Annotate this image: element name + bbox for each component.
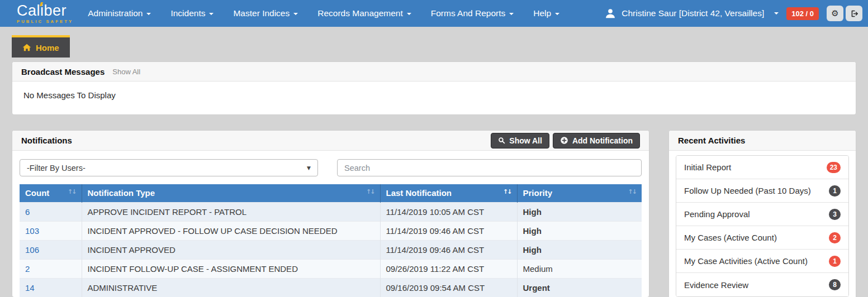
notifications-panel: Notifications Show All Add Notification … bbox=[12, 130, 649, 297]
notification-count-badge[interactable]: 102 / 0 bbox=[786, 7, 819, 20]
broadcast-body: No Messages To Display bbox=[12, 82, 856, 114]
home-icon bbox=[22, 43, 31, 52]
column-header-count[interactable]: Count↑↓ bbox=[20, 184, 82, 202]
activity-label: Pending Approval bbox=[684, 209, 750, 219]
chevron-down-icon bbox=[509, 13, 514, 15]
list-item-follow-up-needed[interactable]: Follow Up Needed (Past 10 Days) 1 bbox=[676, 179, 848, 203]
column-header-priority[interactable]: Priority↑↓ bbox=[517, 184, 642, 202]
notification-type-cell: ADMINISTRATIVE bbox=[82, 278, 380, 297]
home-tab-label: Home bbox=[36, 43, 59, 52]
sort-icon[interactable]: ↑↓ bbox=[68, 188, 75, 195]
last-notification-cell: 09/26/2019 11:22 AM CST bbox=[380, 259, 517, 278]
notification-type-cell: INCIDENT FOLLOW-UP CASE - ASSIGNMENT END… bbox=[82, 259, 380, 278]
count-link[interactable]: 6 bbox=[25, 207, 30, 217]
tab-bar: Home bbox=[12, 35, 868, 58]
activity-count-badge: 8 bbox=[829, 279, 841, 290]
list-item-my-cases[interactable]: My Cases (Active Count) 2 bbox=[676, 226, 848, 250]
count-link[interactable]: 103 bbox=[25, 226, 39, 236]
column-header-type[interactable]: Notification Type↑↓ bbox=[82, 184, 380, 202]
count-link[interactable]: 2 bbox=[25, 264, 30, 274]
filter-by-users-select[interactable]: -Filter By Users- ▼ bbox=[20, 159, 318, 176]
tab-home[interactable]: Home bbox=[12, 35, 70, 58]
user-name[interactable]: Christine Saur [District 42, Versailles] bbox=[622, 8, 764, 18]
notification-type-cell: APPROVE INCIDENT REPORT - PATROL bbox=[82, 202, 380, 221]
main-menu: Administration Incidents Master Indices … bbox=[88, 8, 559, 18]
priority-cell: Urgent bbox=[517, 278, 642, 297]
last-notification-cell: 09/16/2019 09:54 AM CST bbox=[380, 278, 517, 297]
last-notification-cell: 11/14/2019 10:05 AM CST bbox=[380, 202, 517, 221]
notification-type-cell: INCIDENT APPROVED - FOLLOW UP CASE DECIS… bbox=[82, 221, 380, 240]
list-item-my-case-activities[interactable]: My Case Activities (Active Count) 1 bbox=[676, 250, 848, 273]
activity-label: My Case Activities (Active Count) bbox=[684, 256, 808, 266]
priority-cell: High bbox=[517, 240, 642, 259]
chevron-down-icon bbox=[293, 13, 298, 15]
notifications-table: Count↑↓ Notification Type↑↓ Last Notific… bbox=[20, 184, 642, 297]
count-link[interactable]: 14 bbox=[25, 283, 35, 293]
sort-icon[interactable]: ↑↓ bbox=[366, 188, 374, 195]
last-notification-cell: 11/14/2019 09:46 AM CST bbox=[380, 240, 517, 259]
chevron-down-icon bbox=[146, 13, 151, 15]
activity-label: My Cases (Active Count) bbox=[684, 233, 777, 242]
logout-button[interactable] bbox=[846, 6, 862, 21]
notification-type-cell: INCIDENT APPROVED bbox=[82, 240, 380, 259]
brand-tagline: PUBLIC SAFETY bbox=[17, 20, 73, 24]
menu-administration[interactable]: Administration bbox=[88, 8, 151, 18]
list-item-pending-approval[interactable]: Pending Approval 3 bbox=[676, 203, 848, 226]
show-all-button[interactable]: Show All bbox=[491, 133, 549, 148]
sort-icon[interactable]: ↑↓ bbox=[628, 188, 636, 195]
activity-count-badge: 2 bbox=[829, 232, 841, 243]
chevron-down-icon bbox=[209, 13, 214, 15]
list-item-initial-report[interactable]: Initial Report 23 bbox=[676, 156, 848, 179]
recent-activities-title: Recent Activities bbox=[678, 136, 745, 145]
chevron-down-icon bbox=[407, 13, 411, 15]
activity-count-badge: 23 bbox=[827, 162, 841, 173]
activity-label: Follow Up Needed (Past 10 Days) bbox=[684, 186, 811, 195]
table-row: 106 INCIDENT APPROVED 11/14/2019 09:46 A… bbox=[20, 240, 642, 259]
list-item-evidence-review[interactable]: Evidence Review 8 bbox=[676, 273, 848, 296]
priority-cell: Medium bbox=[517, 259, 642, 278]
table-row: 14 ADMINISTRATIVE 09/16/2019 09:54 AM CS… bbox=[20, 278, 642, 297]
caliber-logo[interactable]: Caliber PUBLIC SAFETY bbox=[17, 3, 73, 24]
menu-master-indices[interactable]: Master Indices bbox=[233, 8, 298, 18]
search-input[interactable] bbox=[337, 159, 642, 176]
recent-activities-header: Recent Activities bbox=[669, 131, 856, 151]
recent-activities-panel: Recent Activities Initial Report 23 Foll… bbox=[668, 130, 856, 297]
priority-cell: High bbox=[517, 221, 642, 240]
activity-label: Initial Report bbox=[684, 162, 731, 172]
brand-name: Caliber bbox=[17, 3, 73, 18]
column-header-last-notification[interactable]: Last Notification↑↓ bbox=[380, 184, 517, 202]
menu-incidents[interactable]: Incidents bbox=[170, 8, 214, 18]
recent-activities-body: Initial Report 23 Follow Up Needed (Past… bbox=[669, 151, 856, 297]
notifications-body: -Filter By Users- ▼ Count↑↓ Notification… bbox=[12, 151, 649, 297]
settings-button[interactable]: ⚙ bbox=[827, 6, 843, 21]
menu-forms-and-reports[interactable]: Forms And Reports bbox=[431, 8, 514, 18]
select-caret-icon: ▼ bbox=[307, 165, 311, 171]
activity-count-badge: 3 bbox=[829, 209, 841, 220]
search-icon bbox=[498, 137, 505, 144]
chevron-down-icon bbox=[555, 13, 559, 15]
activity-count-badge: 1 bbox=[829, 185, 841, 197]
add-notification-button[interactable]: Add Notification bbox=[553, 133, 640, 148]
count-link[interactable]: 106 bbox=[25, 245, 39, 255]
broadcast-title: Broadcast Messages bbox=[21, 67, 105, 76]
notifications-title: Notifications bbox=[21, 136, 72, 145]
user-icon bbox=[605, 8, 616, 19]
logout-icon bbox=[850, 9, 858, 18]
user-menu-caret-icon[interactable] bbox=[774, 12, 779, 15]
broadcast-show-all-link[interactable]: Show All bbox=[112, 68, 140, 76]
notifications-header-buttons: Show All Add Notification bbox=[491, 133, 640, 148]
activity-count-badge: 1 bbox=[829, 256, 841, 267]
table-row: 2 INCIDENT FOLLOW-UP CASE - ASSIGNMENT E… bbox=[20, 259, 642, 278]
priority-cell: High bbox=[517, 202, 642, 221]
menu-records-management[interactable]: Records Management bbox=[317, 8, 411, 18]
notifications-header: Notifications Show All Add Notification bbox=[12, 131, 649, 151]
activity-label: Evidence Review bbox=[684, 280, 748, 290]
table-row: 103 INCIDENT APPROVED - FOLLOW UP CASE D… bbox=[20, 221, 642, 240]
filter-row: -Filter By Users- ▼ bbox=[20, 159, 642, 176]
menu-help[interactable]: Help bbox=[533, 8, 559, 18]
activity-list: Initial Report 23 Follow Up Needed (Past… bbox=[676, 155, 849, 297]
broadcast-header: Broadcast Messages Show All bbox=[12, 62, 856, 82]
broadcast-messages-panel: Broadcast Messages Show All No Messages … bbox=[12, 61, 856, 115]
filter-selected-value: -Filter By Users- bbox=[27, 164, 86, 173]
sort-icon[interactable]: ↑↓ bbox=[503, 188, 511, 195]
